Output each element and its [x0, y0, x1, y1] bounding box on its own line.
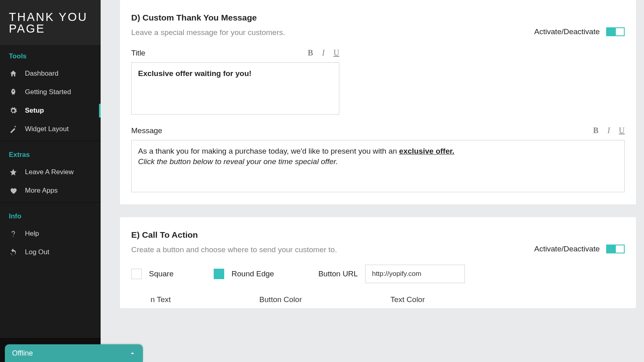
- title-value: Exclusive offer waiting for you!: [138, 69, 252, 78]
- brand-title: THANK YOU PAGE: [9, 11, 92, 35]
- section-e-title: E) Call To Action: [131, 230, 526, 240]
- button-text-label: n Text: [151, 295, 171, 304]
- italic-button[interactable]: I: [322, 48, 325, 58]
- section-d-subtitle: Leave a special message for your custome…: [131, 28, 526, 37]
- brand: THANK YOU PAGE: [0, 0, 101, 45]
- message-text-2: Click the button below to reveal your on…: [138, 157, 338, 166]
- sidebar-item-leave-review[interactable]: Leave A Review: [0, 163, 101, 181]
- card-call-to-action: E) Call To Action Create a button and ch…: [120, 217, 636, 308]
- sidebar-item-label: Log Out: [25, 248, 50, 256]
- activate-label: Activate/Deactivate: [534, 27, 600, 36]
- message-editor[interactable]: As a thank you for making a purchase tod…: [131, 140, 625, 192]
- divider: [0, 141, 101, 141]
- star-icon: [9, 168, 18, 177]
- wand-icon: [9, 125, 18, 134]
- heart-icon: [9, 186, 18, 195]
- text-color-label: Text Color: [390, 295, 425, 304]
- sidebar-item-label: More Apps: [25, 187, 58, 195]
- bold-button[interactable]: B: [593, 126, 599, 135]
- checkbox-round-edge[interactable]: [214, 269, 224, 279]
- message-field-label: Message: [131, 126, 162, 135]
- message-text-1: As a thank you for making a purchase tod…: [138, 147, 399, 155]
- nav-section-info: Info: [0, 205, 101, 224]
- underline-button[interactable]: U: [334, 48, 339, 58]
- sidebar-item-label: Leave A Review: [25, 168, 74, 176]
- sidebar-item-widget-layout[interactable]: Widget Layout: [0, 120, 101, 138]
- sidebar-item-help[interactable]: Help: [0, 224, 101, 243]
- chevron-up-icon: [129, 350, 136, 356]
- sidebar-item-getting-started[interactable]: Getting Started: [0, 83, 101, 101]
- card-custom-message: D) Custom Thank You Message Leave a spec…: [120, 0, 636, 204]
- chat-offline-bar[interactable]: Offline: [5, 344, 143, 362]
- checkbox-square[interactable]: [131, 269, 142, 279]
- button-color-label: Button Color: [259, 295, 302, 304]
- offline-label: Offline: [12, 349, 33, 358]
- bold-button[interactable]: B: [308, 48, 313, 58]
- main-content: D) Custom Thank You Message Leave a spec…: [101, 0, 644, 362]
- nav-section-extras: Extras: [0, 144, 101, 163]
- sidebar-item-setup[interactable]: Setup: [0, 101, 101, 120]
- button-url-input[interactable]: [365, 265, 465, 283]
- underline-button[interactable]: U: [619, 126, 625, 135]
- title-format-toolbar: B I U: [308, 48, 339, 58]
- title-field-label: Title: [131, 49, 145, 58]
- divider: [0, 202, 101, 203]
- toggle-section-e[interactable]: [606, 245, 625, 253]
- button-url-label: Button URL: [318, 269, 358, 278]
- sidebar: THANK YOU PAGE Tools Dashboard Getting S…: [0, 0, 101, 362]
- sidebar-item-label: Dashboard: [25, 70, 58, 78]
- title-editor[interactable]: Exclusive offer waiting for you!: [131, 62, 339, 115]
- message-underlined: exclusive offer.: [399, 147, 454, 155]
- shape-round-label: Round Edge: [231, 269, 274, 278]
- sidebar-item-more-apps[interactable]: More Apps: [0, 181, 101, 200]
- gear-icon: [9, 106, 18, 115]
- home-icon: [9, 69, 18, 78]
- sidebar-item-dashboard[interactable]: Dashboard: [0, 64, 101, 83]
- undo-icon: [9, 248, 18, 257]
- sidebar-item-label: Getting Started: [25, 88, 71, 96]
- rocket-icon: [9, 88, 18, 97]
- sidebar-item-label: Widget Layout: [25, 125, 69, 133]
- nav-section-tools: Tools: [0, 45, 101, 64]
- shape-square-label: Square: [149, 269, 173, 278]
- toggle-section-d[interactable]: [606, 27, 625, 36]
- sidebar-item-label: Help: [25, 230, 39, 238]
- section-d-title: D) Custom Thank You Message: [131, 13, 526, 23]
- question-icon: [9, 229, 18, 238]
- message-format-toolbar: B I U: [593, 126, 625, 135]
- activate-label: Activate/Deactivate: [534, 245, 600, 253]
- sidebar-item-logout[interactable]: Log Out: [0, 243, 101, 261]
- sidebar-item-label: Setup: [25, 107, 44, 115]
- italic-button[interactable]: I: [607, 126, 610, 135]
- section-e-subtitle: Create a button and choose where to send…: [131, 245, 526, 254]
